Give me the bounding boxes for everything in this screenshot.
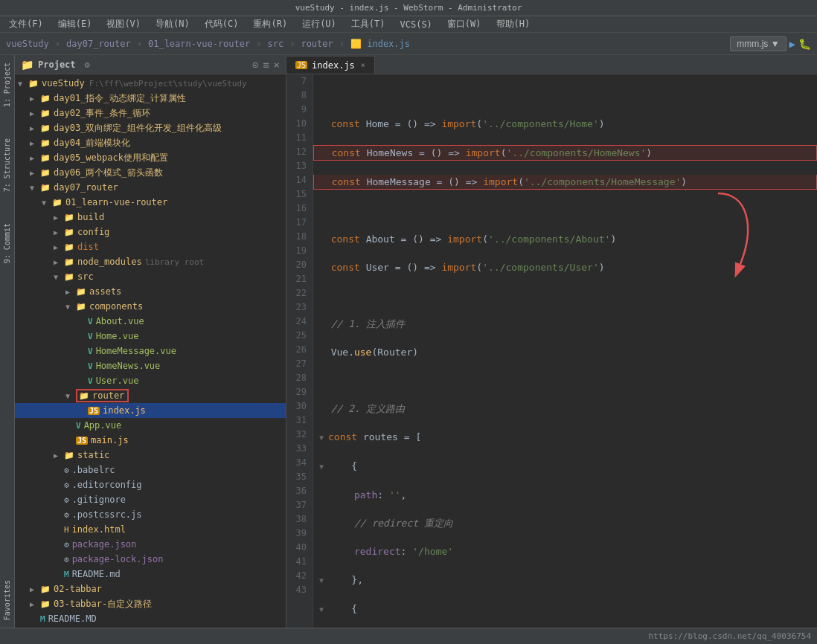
- project-tree: ▼ 📁 vueStudy F:\fff\webProject\study\vue…: [15, 74, 286, 628]
- vue-icon: V: [88, 332, 93, 341]
- tree-item-app-vue[interactable]: V App.vue: [15, 418, 286, 433]
- close-icon[interactable]: ×: [274, 59, 280, 71]
- side-tab-structure[interactable]: 7: Structure: [1, 134, 13, 196]
- title-text: vueStudy - index.js - WebStorm - Adminis…: [295, 3, 522, 13]
- breadcrumb-day07[interactable]: day07_router: [66, 39, 131, 49]
- menu-item-help[interactable]: 帮助(H): [493, 16, 534, 32]
- breadcrumb-vuestudy[interactable]: vueStudy: [6, 39, 49, 49]
- tree-item-day05[interactable]: ▶ 📁 day05_webpack使用和配置: [15, 150, 286, 165]
- tree-item-babelrc[interactable]: ⚙ .babelrc: [15, 463, 286, 477]
- menu-item-window[interactable]: 窗口(W): [444, 16, 484, 32]
- tree-item-01learn[interactable]: ▼ 📁 01_learn-vue-router: [15, 195, 286, 210]
- tree-item-vuestudy[interactable]: ▼ 📁 vueStudy F:\fff\webProject\study\vue…: [15, 76, 286, 91]
- scope-icon[interactable]: ⊙: [252, 59, 258, 71]
- code-line-9: const HomeNews = () => import('../compon…: [313, 145, 817, 161]
- editor-area: JS index.js × 7 8 9 10 11 12 13 14 15 16…: [286, 55, 817, 628]
- tree-item-day04[interactable]: ▶ 📁 day04_前端模块化: [15, 135, 286, 150]
- menu-item-file[interactable]: 文件(F): [6, 16, 46, 32]
- tree-item-02tabbar[interactable]: ▶ 📁 02-tabbar: [15, 582, 286, 596]
- menu-bar: 文件(F) 编辑(E) 视图(V) 导航(N) 代码(C) 重构(R) 运行(U…: [0, 16, 817, 33]
- code-line-21: path: '',: [319, 488, 811, 502]
- menu-item-view[interactable]: 视图(V): [103, 16, 144, 32]
- code-line-25: ▼ {: [319, 602, 811, 616]
- menu-item-refactor[interactable]: 重构(R): [250, 16, 290, 32]
- tree-item-day07[interactable]: ▼ 📁 day07_router: [15, 180, 286, 195]
- vue-icon: V: [88, 361, 93, 371]
- code-line-17: [319, 373, 811, 387]
- tree-item-package-json[interactable]: ⚙ package.json: [15, 537, 286, 552]
- tab-close-icon[interactable]: ×: [361, 61, 365, 69]
- tree-path: F:\fff\webProject\study\vueStudy: [89, 79, 247, 88]
- menu-item-tools[interactable]: 工具(T): [348, 16, 388, 32]
- tree-item-readme[interactable]: M README.md: [15, 567, 286, 582]
- tab-label: index.js: [312, 60, 355, 71]
- tree-item-build[interactable]: ▶ 📁 build: [15, 210, 286, 225]
- debug-icon[interactable]: 🐛: [798, 38, 811, 50]
- code-line-10: const HomeMessage = () => import('../com…: [313, 175, 817, 190]
- tree-item-index-html[interactable]: H index.html: [15, 522, 286, 537]
- line-numbers: 7 8 9 10 11 12 13 14 15 16 17 18 19 20 2…: [286, 74, 313, 628]
- title-bar: vueStudy - index.js - WebStorm - Adminis…: [0, 0, 817, 16]
- tab-icon: JS: [295, 61, 307, 69]
- side-tab-commit[interactable]: 9: Commit: [1, 219, 13, 268]
- tree-item-editorconfig[interactable]: ⚙ .editorconfig: [15, 477, 286, 492]
- tree-item-package-lock[interactable]: ⚙ package-lock.json: [15, 552, 286, 567]
- tree-item-day03[interactable]: ▶ 📁 day03_双向绑定_组件化开发_组件化高级: [15, 120, 286, 135]
- code-line-14: [319, 289, 811, 303]
- menu-item-edit[interactable]: 编辑(E): [55, 16, 95, 32]
- tree-item-components[interactable]: ▼ 📁 components: [15, 299, 286, 314]
- left-panel: 1: Project 7: Structure 9: Commit Favori…: [0, 55, 286, 628]
- settings-icon[interactable]: ≡: [263, 59, 269, 71]
- code-line-20: ▼ {: [319, 459, 811, 474]
- breadcrumb-indexjs[interactable]: 🟨 index.js: [350, 39, 410, 49]
- menu-item-vcs[interactable]: VCS(S): [397, 18, 435, 31]
- folder-icon-router: 📁: [79, 391, 89, 401]
- tree-item-node-modules[interactable]: ▶ 📁 node_modules library root: [15, 254, 286, 269]
- vue-icon: V: [88, 376, 93, 386]
- tree-item-day06[interactable]: ▶ 📁 day06_两个模式_箭头函数: [15, 165, 286, 180]
- router-folder-label: router: [92, 390, 124, 401]
- tree-item-index-js[interactable]: JS index.js: [15, 403, 286, 418]
- breadcrumb-router[interactable]: router: [301, 39, 333, 49]
- code-line-11: [319, 204, 811, 218]
- tree-item-readme2[interactable]: M README.MD: [15, 611, 286, 626]
- tree-item-homemessage-vue[interactable]: V HomeMessage.vue: [15, 344, 286, 358]
- tree-item-about-vue[interactable]: V About.vue: [15, 314, 286, 329]
- tree-item-03tabbar[interactable]: ▶ 📁 03-tabbar-自定义路径: [15, 596, 286, 611]
- tree-item-config[interactable]: ▶ 📁 config: [15, 225, 286, 239]
- project-panel-header: 📁 Project ⚙ ⊙ ≡ ×: [15, 55, 286, 74]
- folder-icon-vuestudy: 📁: [28, 79, 39, 88]
- code-content[interactable]: const Home = () => import('../components…: [313, 74, 817, 628]
- run-icon[interactable]: ▶: [789, 38, 795, 50]
- breadcrumb-src[interactable]: src: [267, 39, 283, 49]
- tree-item-homenews-vue[interactable]: V HomeNews.vue: [15, 358, 286, 373]
- breadcrumb-01learn[interactable]: 01_learn-vue-router: [148, 39, 250, 49]
- gear-icon: ⚙: [85, 59, 90, 70]
- tree-item-main-js[interactable]: JS main.js: [15, 433, 286, 448]
- tree-item-assets[interactable]: ▶ 📁 assets: [15, 284, 286, 299]
- tree-item-day01[interactable]: ▶ 📁 day01_指令_动态绑定_计算属性: [15, 91, 286, 106]
- tree-item-src[interactable]: ▼ 📁 src: [15, 269, 286, 284]
- toolbar: vueStudy › day07_router › 01_learn-vue-r…: [0, 33, 817, 55]
- tree-item-home-vue[interactable]: V Home.vue: [15, 329, 286, 344]
- tree-item-user-vue[interactable]: V User.vue: [15, 373, 286, 388]
- tree-item-dist[interactable]: ▶ 📁 dist: [15, 239, 286, 254]
- tree-item-router[interactable]: ▼ 📁 router: [15, 388, 286, 403]
- code-line-8: const Home = () => import('../components…: [319, 117, 811, 131]
- code-line-12: const About = () => import('../component…: [319, 232, 811, 246]
- run-dropdown[interactable]: mmm.js ▼: [730, 36, 786, 51]
- tree-item-static[interactable]: ▶ 📁 static: [15, 448, 286, 463]
- menu-item-run[interactable]: 运行(U): [299, 16, 339, 32]
- menu-item-nav[interactable]: 导航(N): [153, 16, 193, 32]
- status-bar: https://blog.csdn.net/qq_40036754: [0, 628, 817, 644]
- side-tab-favorites[interactable]: Favorites: [1, 576, 13, 625]
- side-tab-project[interactable]: 1: Project: [1, 58, 13, 112]
- code-line-18: // 2. 定义路由: [319, 402, 811, 416]
- tab-index-js[interactable]: JS index.js ×: [286, 56, 375, 74]
- library-root-label: library root: [145, 257, 204, 267]
- tree-item-day02[interactable]: ▶ 📁 day02_事件_条件_循环: [15, 106, 286, 120]
- tree-item-postcssrc[interactable]: ⚙ .postcssrc.js: [15, 507, 286, 522]
- status-right: https://blog.csdn.net/qq_40036754: [648, 631, 811, 641]
- tree-item-gitignore[interactable]: ⚙ .gitignore: [15, 492, 286, 507]
- menu-item-code[interactable]: 代码(C): [202, 16, 242, 32]
